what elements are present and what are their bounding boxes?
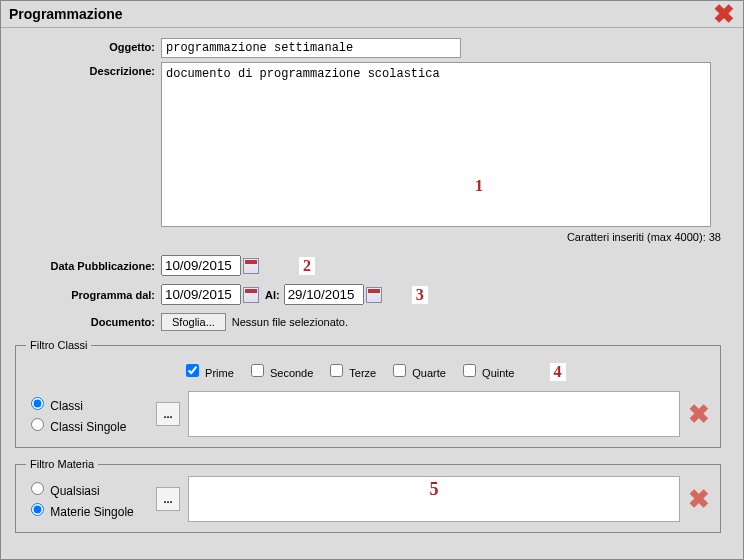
- classi-picker-button[interactable]: ...: [156, 402, 180, 426]
- materia-picker-button[interactable]: ...: [156, 487, 180, 511]
- radio-classi-singole[interactable]: [31, 418, 44, 431]
- radio-qualsiasi[interactable]: [31, 482, 44, 495]
- filtro-materia-fieldset: Filtro Materia Qualsiasi Materie Singole…: [15, 458, 721, 533]
- materia-selection-box[interactable]: 5: [188, 476, 680, 522]
- descrizione-label: Descrizione:: [11, 62, 161, 77]
- filtro-classi-legend: Filtro Classi: [26, 339, 91, 351]
- filtro-materia-legend: Filtro Materia: [26, 458, 98, 470]
- clear-materia-icon[interactable]: ✖: [688, 484, 710, 515]
- filtro-classi-fieldset: Filtro Classi Prime Seconde Terze Quarte…: [15, 339, 721, 448]
- calendar-icon[interactable]: [243, 258, 259, 274]
- checkbox-seconde[interactable]: [251, 364, 264, 377]
- window-title: Programmazione: [9, 6, 123, 22]
- classi-selection-box[interactable]: [188, 391, 680, 437]
- oggetto-input[interactable]: [161, 38, 461, 58]
- programma-dal-input[interactable]: [161, 284, 241, 305]
- classi-checkbox-row: Prime Seconde Terze Quarte Quinte 4: [182, 361, 710, 381]
- checkbox-quarte[interactable]: [393, 364, 406, 377]
- data-pubblicazione-label: Data Pubblicazione:: [11, 260, 161, 272]
- marker-3: 3: [412, 286, 428, 304]
- descrizione-textarea[interactable]: [161, 62, 711, 227]
- checkbox-quinte[interactable]: [463, 364, 476, 377]
- marker-5: 5: [430, 479, 439, 499]
- al-label: Al:: [265, 289, 280, 301]
- marker-4: 4: [550, 363, 566, 381]
- marker-1: 1: [471, 177, 487, 195]
- programmazione-dialog: Programmazione ✖ Oggetto: Descrizione: 1…: [0, 0, 744, 560]
- titlebar: Programmazione ✖: [1, 1, 743, 28]
- sfoglia-button[interactable]: Sfoglia...: [161, 313, 226, 331]
- checkbox-prime[interactable]: [186, 364, 199, 377]
- documento-label: Documento:: [11, 316, 161, 328]
- clear-classi-icon[interactable]: ✖: [688, 399, 710, 430]
- programma-al-input[interactable]: [284, 284, 364, 305]
- calendar-icon[interactable]: [366, 287, 382, 303]
- data-pubblicazione-input[interactable]: [161, 255, 241, 276]
- checkbox-terze[interactable]: [330, 364, 343, 377]
- dialog-content: Oggetto: Descrizione: 1 Caratteri inseri…: [1, 28, 743, 553]
- programma-dal-label: Programma dal:: [11, 289, 161, 301]
- file-status: Nessun file selezionato.: [232, 316, 348, 328]
- char-counter: Caratteri inseriti (max 4000): 38: [11, 231, 721, 243]
- marker-2: 2: [299, 257, 315, 275]
- radio-materie-singole[interactable]: [31, 503, 44, 516]
- calendar-icon[interactable]: [243, 287, 259, 303]
- oggetto-label: Oggetto:: [11, 38, 161, 53]
- close-icon[interactable]: ✖: [713, 5, 735, 23]
- radio-classi[interactable]: [31, 397, 44, 410]
